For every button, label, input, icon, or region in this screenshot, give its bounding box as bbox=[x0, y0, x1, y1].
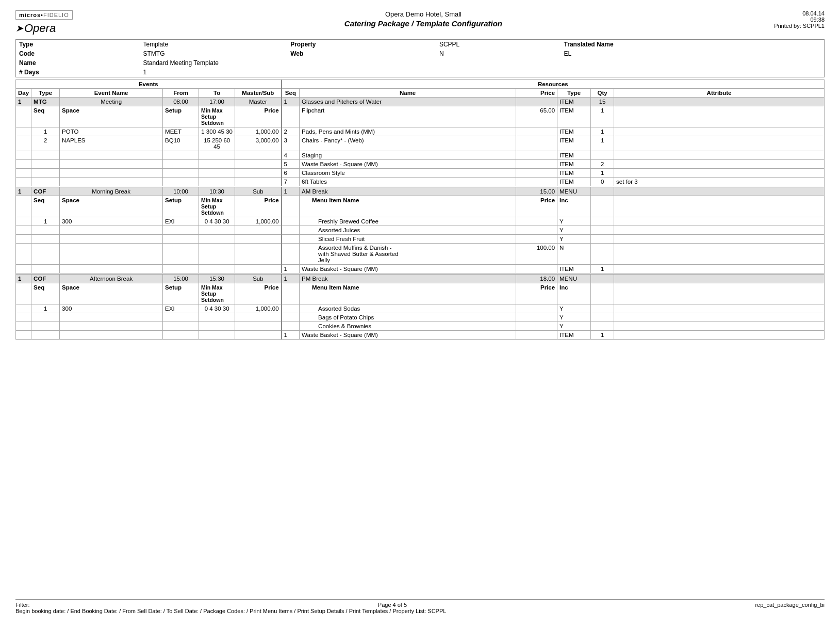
days-value: 1 bbox=[140, 68, 287, 77]
report-time: 09:38 bbox=[774, 17, 825, 23]
footer-bottom-text: Begin booking date: / End Booking Date: … bbox=[15, 608, 825, 614]
events-section-header: Events bbox=[16, 80, 282, 89]
code-label: Code bbox=[16, 49, 140, 58]
opera-label: Opera bbox=[24, 22, 56, 35]
web-value: N bbox=[436, 49, 561, 58]
printed-by: Printed by: SCPPL1 bbox=[774, 23, 825, 29]
property-value: SCPPL bbox=[436, 40, 561, 50]
code-value: STMTG bbox=[140, 49, 287, 58]
micros-text: micros bbox=[19, 12, 41, 18]
micros-fidelio-logo: micros•FIDELIO bbox=[15, 10, 73, 20]
report-title: Catering Package / Template Configuratio… bbox=[73, 19, 774, 28]
type-label: Type bbox=[16, 40, 140, 50]
page-info: Page 4 of 5 bbox=[378, 602, 407, 608]
name-value: Standard Meeting Template bbox=[140, 58, 561, 68]
name-label: Name bbox=[16, 58, 140, 68]
days-label: # Days bbox=[16, 68, 140, 77]
hotel-name: Opera Demo Hotel, Small bbox=[73, 10, 774, 18]
col-master-sub: Master/Sub bbox=[235, 89, 282, 98]
resources-section-header: Resources bbox=[282, 80, 825, 89]
filter-label: Filter: bbox=[15, 602, 30, 608]
col-res-type: Type bbox=[557, 89, 591, 98]
right-header: 08.04.14 09:38 Printed by: SCPPL1 bbox=[774, 10, 825, 29]
center-header: Opera Demo Hotel, Small Catering Package… bbox=[73, 10, 774, 28]
page-header: micros•FIDELIO ➤ Opera Opera Demo Hotel,… bbox=[15, 10, 825, 35]
report-date: 08.04.14 bbox=[774, 10, 825, 17]
col-day: Day bbox=[16, 89, 31, 98]
col-seq: Seq bbox=[282, 89, 300, 98]
col-res-name: Name bbox=[300, 89, 516, 98]
report-name: rep_cat_package_config_bi bbox=[755, 602, 825, 608]
translated-name-label: Translated Name bbox=[561, 40, 825, 50]
col-qty: Qty bbox=[591, 89, 614, 98]
logo-area: micros•FIDELIO ➤ Opera bbox=[15, 10, 73, 35]
property-label: Property bbox=[287, 40, 436, 50]
col-price: Price bbox=[516, 89, 557, 98]
page-footer: Filter: Page 4 of 5 rep_cat_package_conf… bbox=[15, 599, 825, 614]
main-table: Events Resources Day Type Event Name Fro… bbox=[15, 79, 825, 340]
info-section: Type Template Property SCPPL Translated … bbox=[15, 39, 825, 77]
col-type: Type bbox=[31, 89, 60, 98]
type-value: Template bbox=[140, 40, 287, 50]
translated-value: EL bbox=[561, 49, 825, 58]
col-attribute: Attribute bbox=[614, 89, 825, 98]
col-to: To bbox=[199, 89, 235, 98]
fidelio-text: FIDELIO bbox=[43, 12, 69, 18]
col-event-name: Event Name bbox=[60, 89, 163, 98]
web-label: Web bbox=[287, 49, 436, 58]
col-from: From bbox=[163, 89, 199, 98]
opera-arrow-icon: ➤ bbox=[15, 23, 23, 34]
opera-logo: ➤ Opera bbox=[15, 22, 56, 35]
